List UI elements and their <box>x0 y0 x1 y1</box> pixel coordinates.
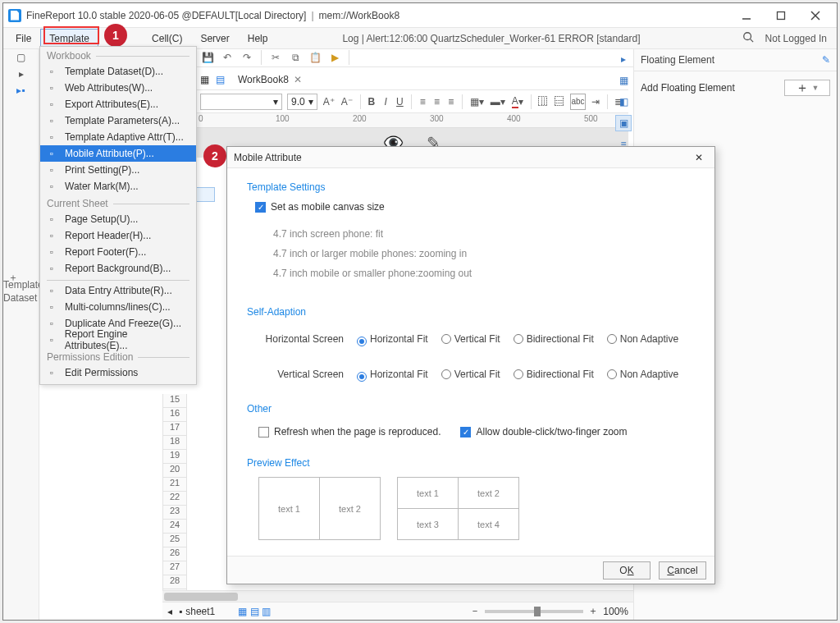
font-color-icon[interactable]: A▾ <box>511 94 524 110</box>
sheet-tab[interactable]: ▪ sheet1 <box>179 606 215 617</box>
menu-item-icon: ▫ <box>45 98 58 111</box>
italic-icon[interactable]: I <box>381 94 390 110</box>
dd-item[interactable]: ▫Export Attributes(E)... <box>40 96 196 112</box>
row-header[interactable]: 17 <box>162 422 187 436</box>
zoom-out-icon[interactable]: － <box>470 604 480 618</box>
new-icon[interactable]: ▢ <box>3 49 39 66</box>
run-icon[interactable]: ▶ <box>327 50 342 65</box>
row-header[interactable]: 20 <box>162 464 187 478</box>
menu-cell[interactable]: Cell(C) <box>143 29 191 48</box>
row-header[interactable]: 16 <box>162 408 187 422</box>
underline-icon[interactable]: U <box>395 94 404 110</box>
row-header[interactable]: 23 <box>162 506 187 520</box>
v-verticalfit-radio[interactable] <box>441 369 451 379</box>
rtab-cell-icon[interactable]: ▦ <box>615 72 632 89</box>
align-center-icon[interactable]: ≡ <box>432 94 441 110</box>
row-header[interactable]: 25 <box>162 534 187 547</box>
close-button[interactable] <box>804 7 827 25</box>
align-right-icon[interactable]: ≡ <box>446 94 455 110</box>
indent-icon[interactable]: ⇥ <box>591 94 600 110</box>
row-header[interactable]: 19 <box>162 450 187 464</box>
dd-item[interactable]: ▫Water Mark(M)... <box>40 178 196 195</box>
refresh-checkbox[interactable] <box>258 427 269 437</box>
h-nonadapt-radio[interactable] <box>607 334 617 344</box>
border-icon[interactable]: ▦▾ <box>469 94 485 110</box>
row-header[interactable]: 28 <box>162 575 187 589</box>
tab-close-icon[interactable]: ✕ <box>294 74 302 85</box>
font-inc-icon[interactable]: A⁺ <box>322 94 336 110</box>
bold-icon[interactable]: B <box>367 94 376 110</box>
cut-icon[interactable]: ✂ <box>268 50 283 65</box>
minimize-button[interactable] <box>735 7 758 25</box>
save-icon[interactable]: 💾 <box>200 50 215 65</box>
refresh-label: Refresh when the page is reproduced. <box>274 426 441 437</box>
align-left-icon[interactable]: ≡ <box>418 94 427 110</box>
dd-item[interactable]: ▫Print Setting(P)... <box>40 162 196 178</box>
dd-item[interactable]: ▫Multi-columns/lines(C)... <box>40 299 196 315</box>
rtab-arrow-icon[interactable]: ▸ <box>615 51 632 67</box>
dd-item[interactable]: ▫Web Attributes(W)... <box>40 80 196 96</box>
add-floating-button[interactable]: ＋▼ <box>784 80 830 96</box>
h-horizontalfit-radio[interactable] <box>357 337 367 346</box>
grid-icon[interactable]: ▦ <box>200 74 209 85</box>
ok-button[interactable]: OK <box>603 561 651 579</box>
row-header[interactable]: 21 <box>162 478 187 492</box>
menu-help[interactable]: Help <box>239 29 277 48</box>
font-dec-icon[interactable]: A⁻ <box>340 94 354 110</box>
open-icon[interactable]: ▸ <box>3 66 39 82</box>
font-family-select[interactable]: ▾ <box>200 94 282 110</box>
dd-item[interactable]: ▫Report Header(H)... <box>40 227 196 244</box>
rtab-float-icon[interactable]: ◧ <box>615 94 632 110</box>
zoom-slider[interactable] <box>485 610 583 613</box>
sheet-prev-icon[interactable]: ◂ <box>167 606 172 617</box>
paste-icon[interactable]: 📋 <box>308 50 322 65</box>
workbook-tab[interactable]: WorkBook8 ✕ <box>231 72 308 87</box>
v-nonadapt-radio[interactable] <box>607 369 617 379</box>
redo-icon[interactable]: ↷ <box>240 50 254 65</box>
sheet-views-icon[interactable]: ▦ ▤ ▥ <box>238 606 271 617</box>
search-icon[interactable] <box>742 31 754 45</box>
cancel-button[interactable]: Cancel <box>659 561 706 579</box>
menu-server[interactable]: Server <box>191 29 238 48</box>
form-icon[interactable]: ▤ <box>216 74 225 85</box>
dd-item[interactable]: ▫Template Parameters(A)... <box>40 112 196 129</box>
dd-item[interactable]: ▫Report Engine Attributes(E)... <box>40 332 196 348</box>
dd-item[interactable]: ▫Report Background(B)... <box>40 260 196 277</box>
v-horizontalfit-radio[interactable] <box>357 372 367 382</box>
unmerge-icon[interactable]: ⿳ <box>554 94 565 110</box>
tree-icon[interactable]: ▸▪ <box>3 82 39 98</box>
dd-item[interactable]: ▫Template Adaptive Attr(T)... <box>40 129 196 145</box>
abc-icon[interactable]: abc <box>570 94 585 110</box>
row-header[interactable]: 27 <box>162 561 187 575</box>
merge-icon[interactable]: ⿲ <box>537 94 549 110</box>
rtab-select-icon[interactable]: ▣ <box>615 115 632 131</box>
dd-item[interactable]: ▫Report Footer(F)... <box>40 244 196 260</box>
zoom-checkbox[interactable]: ✓ <box>460 427 471 437</box>
row-header[interactable]: 22 <box>162 492 187 506</box>
fill-color-icon[interactable]: ▬▾ <box>490 94 506 110</box>
maximize-button[interactable] <box>769 7 792 25</box>
edit-pen-icon[interactable]: ✎ <box>822 54 830 66</box>
canvas-size-checkbox[interactable]: ✓ <box>255 202 266 213</box>
h-verticalfit-radio[interactable] <box>441 334 451 344</box>
dd-item[interactable]: ▫Data Entry Attribute(R)... <box>40 282 196 299</box>
menu-file[interactable]: File <box>7 29 40 48</box>
hscrollbar[interactable] <box>162 590 633 602</box>
row-header[interactable]: 15 <box>162 394 187 408</box>
menu-template[interactable]: Template <box>40 29 98 48</box>
font-size-select[interactable]: 9.0 ▾ <box>287 94 317 110</box>
zoom-in-icon[interactable]: ＋ <box>588 604 598 618</box>
copy-icon[interactable]: ⧉ <box>288 50 303 65</box>
dd-item[interactable]: ▫Edit Permissions <box>40 364 196 381</box>
dd-item[interactable]: ▫Page Setup(U)... <box>40 211 196 227</box>
dialog-close-icon[interactable]: ✕ <box>690 150 708 165</box>
dd-item[interactable]: ▫Template Dataset(D)... <box>40 63 196 80</box>
v-bidir-radio[interactable] <box>514 369 523 379</box>
undo-icon[interactable]: ↶ <box>220 50 235 65</box>
h-bidir-radio[interactable] <box>514 334 523 344</box>
dd-item[interactable]: ▫Mobile Attribute(P)... <box>40 145 196 162</box>
row-header[interactable]: 18 <box>162 436 187 450</box>
row-header[interactable]: 24 <box>162 520 187 534</box>
login-status[interactable]: Not Logged In <box>765 33 827 44</box>
row-header[interactable]: 26 <box>162 547 187 561</box>
